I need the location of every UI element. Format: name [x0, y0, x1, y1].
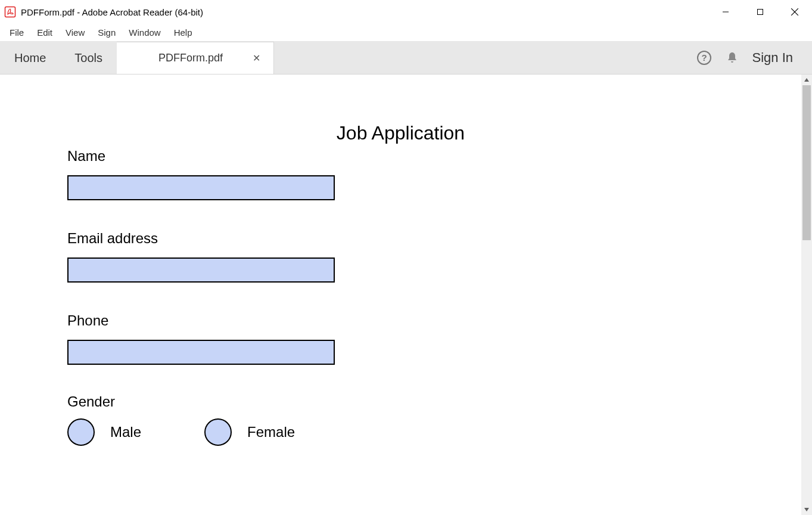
content-area: Job Application Name Email address Phone…	[0, 75, 812, 515]
phone-label: Phone	[67, 312, 801, 329]
tab-bar: Home Tools PDFForm.pdf ✕ ? Sign In	[0, 42, 812, 75]
menu-file[interactable]: File	[4, 26, 30, 39]
document-page: Job Application Name Email address Phone…	[0, 75, 801, 515]
window-controls	[708, 0, 812, 24]
minimize-button[interactable]	[708, 0, 743, 24]
maximize-button[interactable]	[743, 0, 777, 24]
female-label: Female	[247, 424, 295, 440]
menu-window[interactable]: Window	[123, 26, 166, 39]
bell-icon[interactable]	[725, 51, 739, 65]
close-button[interactable]	[777, 0, 812, 24]
menu-sign[interactable]: Sign	[92, 26, 122, 39]
title-bar: PDFForm.pdf - Adobe Acrobat Reader (64-b…	[0, 0, 812, 24]
male-label: Male	[110, 424, 141, 440]
sign-in-button[interactable]: Sign In	[752, 50, 794, 66]
scroll-down-arrow[interactable]	[801, 504, 812, 515]
scroll-thumb[interactable]	[802, 85, 811, 240]
home-tab[interactable]: Home	[0, 42, 60, 74]
menu-help[interactable]: Help	[168, 26, 198, 39]
name-input[interactable]	[67, 175, 335, 200]
help-icon[interactable]: ?	[696, 50, 712, 66]
email-input[interactable]	[67, 258, 335, 283]
svg-text:?: ?	[701, 52, 707, 63]
menu-bar: File Edit View Sign Window Help	[0, 24, 812, 42]
gender-label: Gender	[67, 393, 801, 410]
home-tab-label: Home	[14, 51, 46, 65]
male-radio[interactable]	[67, 418, 95, 446]
form-body: Name Email address Phone Gender Male Fem…	[0, 148, 801, 446]
window-title: PDFForm.pdf - Adobe Acrobat Reader (64-b…	[21, 7, 203, 17]
menu-edit[interactable]: Edit	[31, 26, 58, 39]
tools-tab-label: Tools	[74, 51, 102, 65]
vertical-scrollbar[interactable]	[801, 75, 812, 515]
document-tab-label: PDFForm.pdf	[158, 52, 223, 64]
title-left: PDFForm.pdf - Adobe Acrobat Reader (64-b…	[4, 6, 203, 18]
document-tab[interactable]: PDFForm.pdf ✕	[117, 42, 274, 74]
tools-tab[interactable]: Tools	[60, 42, 117, 74]
close-tab-icon[interactable]: ✕	[253, 52, 260, 64]
acrobat-app-icon	[4, 6, 16, 18]
form-title: Job Application	[0, 122, 801, 144]
email-label: Email address	[67, 230, 801, 247]
name-label: Name	[67, 148, 801, 165]
scroll-up-arrow[interactable]	[801, 75, 812, 85]
phone-input[interactable]	[67, 340, 335, 365]
female-radio[interactable]	[204, 418, 232, 446]
tab-bar-left: Home Tools PDFForm.pdf ✕	[0, 42, 274, 74]
tab-bar-right: ? Sign In	[696, 42, 813, 74]
svg-rect-2	[758, 10, 763, 15]
gender-row: Male Female	[67, 418, 801, 446]
menu-view[interactable]: View	[60, 26, 91, 39]
